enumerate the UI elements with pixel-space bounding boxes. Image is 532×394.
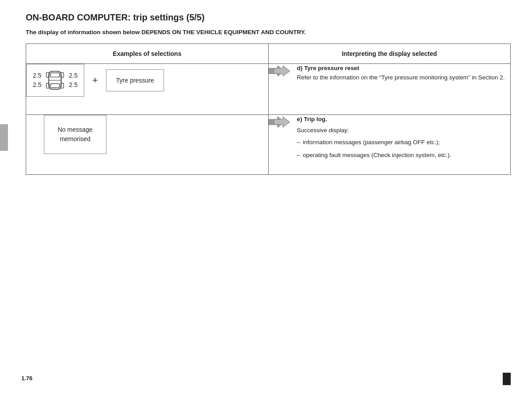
plus-sign: + (92, 75, 98, 86)
header-interpreting: Interpreting the display selected (268, 44, 511, 64)
right-cell-tyre: d) Tyre pressure reset Refer to the info… (268, 64, 511, 115)
section-d-title: d) Tyre pressure reset (297, 65, 360, 71)
left-cell-no-message: No messagememorised (26, 115, 269, 175)
main-table: Examples of selections Interpreting the … (26, 43, 511, 175)
svg-rect-2 (51, 83, 59, 87)
side-tab (0, 124, 8, 151)
section-e-content: e) Trip log. Successive display: informa… (297, 115, 511, 164)
bottom-bar-decoration (503, 373, 511, 385)
section-d-body: Refer to the information on the “Tyre pr… (297, 73, 511, 83)
left-cell-tyre: 2.5 2.5 (26, 64, 269, 115)
tyre-num-tl: 2.5 (33, 71, 41, 80)
list-item-2: operating fault messages (Check injectio… (297, 151, 511, 160)
tyre-num-br: 2.5 (69, 80, 77, 90)
section-d: d) Tyre pressure reset Refer to the info… (269, 64, 511, 83)
svg-marker-11 (274, 117, 290, 127)
subtitle: The display of information shown below D… (26, 29, 511, 35)
trip-log-list: information messages (passenger airbag O… (297, 138, 511, 160)
section-d-content: d) Tyre pressure reset Refer to the info… (297, 64, 511, 83)
tyre-num-bl: 2.5 (33, 80, 41, 90)
successive-display: Successive display: (297, 126, 511, 135)
tyre-pressure-example: 2.5 2.5 (26, 64, 268, 97)
double-arrow-icon-2 (269, 116, 290, 128)
tyre-numbers-left: 2.5 2.5 (33, 71, 41, 90)
list-item-1: information messages (passenger airbag O… (297, 138, 511, 147)
tyre-numbers-right: 2.5 2.5 (69, 71, 77, 90)
right-cell-trip-log: e) Trip log. Successive display: informa… (268, 115, 511, 175)
page-title: ON-BOARD COMPUTER: trip settings (5/5) (26, 12, 511, 23)
car-icon (45, 69, 65, 92)
no-message-text: No messagememorised (58, 126, 93, 142)
no-message-box: No messagememorised (44, 115, 106, 154)
header-examples: Examples of selections (26, 44, 269, 64)
tyre-pressure-box: Tyre pressure (106, 69, 164, 91)
double-arrow-icon (269, 65, 290, 77)
section-e-title: e) Trip log. (297, 116, 327, 122)
tyre-pressure-label: Tyre pressure (116, 77, 154, 84)
svg-rect-1 (51, 73, 59, 77)
tyre-num-tr: 2.5 (69, 71, 77, 80)
page-number: 1.76 (21, 375, 32, 382)
section-e: e) Trip log. Successive display: informa… (269, 115, 511, 164)
tyre-numbers-box: 2.5 2.5 (26, 64, 84, 97)
svg-marker-9 (274, 66, 290, 76)
